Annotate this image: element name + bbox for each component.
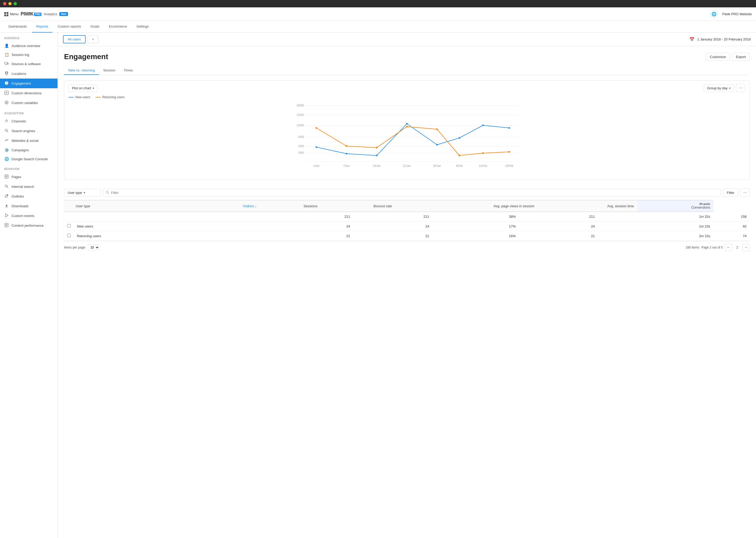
sidebar-item-locations[interactable]: Locations [0, 69, 58, 79]
outlinks-icon [4, 194, 9, 199]
sidebar-item-search-engines[interactable]: Search engines [0, 126, 58, 136]
svg-text:20000: 20000 [297, 104, 304, 107]
sidebar-item-internal-search[interactable]: Internal search [0, 182, 58, 191]
tab-goals[interactable]: Goals [86, 21, 104, 32]
svg-text:15000: 15000 [297, 114, 304, 116]
previous-page-button[interactable]: ← [725, 244, 732, 251]
maximize-dot[interactable] [14, 2, 17, 5]
tab-reports[interactable]: Reports [32, 21, 53, 32]
custom-dimensions-icon [4, 91, 9, 96]
row-checkbox-cell[interactable] [64, 221, 74, 231]
menu-label: Menu [10, 12, 19, 16]
row-checkbox-cell[interactable] [64, 231, 74, 241]
sidebar-label-internal-search: Internal search [12, 185, 34, 188]
chart-point [376, 147, 377, 148]
sub-tab-new-vs-returning[interactable]: New vs. returning [64, 66, 99, 75]
table-toolbar: User type ▾ Filter ··· [64, 185, 750, 200]
svg-text:1000: 1000 [298, 151, 304, 154]
sub-tab-times[interactable]: Times [119, 66, 137, 75]
sidebar-item-devices-software[interactable]: Devices & software [0, 59, 58, 69]
sidebar-label-custom-variables: Custom variables [12, 101, 38, 105]
logo-area: Menu PIWIKPRO Analytics New [4, 11, 68, 17]
row-visitors-returning: 21 [274, 231, 353, 241]
visitors-column-header[interactable]: Visitors ↓ [199, 200, 260, 212]
all-users-label: All users [68, 37, 81, 41]
user-type-label: User type [68, 191, 82, 195]
svg-rect-1 [7, 63, 8, 64]
conversions-label: Conversions [640, 205, 710, 209]
chart-point [406, 123, 408, 125]
customize-button[interactable]: Customize [706, 53, 730, 61]
grid-icon [4, 12, 8, 16]
sidebar-item-content-performance[interactable]: Content performance [0, 221, 58, 230]
sidebar-item-campaigns[interactable]: ⚙️ Campaigns [0, 145, 58, 154]
sidebar-item-channels[interactable]: Channels [0, 116, 58, 126]
next-page-button[interactable]: → [742, 244, 750, 251]
sidebar-item-custom-events[interactable]: Custom events [0, 211, 58, 221]
report-header: Engagement Customize Export [64, 53, 750, 61]
user-type-dropdown[interactable]: User type ▾ [64, 189, 101, 196]
plot-on-chart-button[interactable]: Plot on chart ▾ [69, 84, 97, 92]
table-row: Returning users 21 21 16% 21 2m 15s 74 [64, 231, 750, 241]
sidebar-item-outlinks[interactable]: Outlinks [0, 191, 58, 201]
add-segment-button[interactable]: + [88, 35, 99, 43]
sidebar-label-downloads: Downloads [12, 204, 28, 208]
sidebar-item-google-search-console[interactable]: 🌐 Google Search Console [0, 154, 58, 163]
totals-bounce-rate: 38% [432, 212, 519, 221]
plot-on-chart-label: Plot on chart [72, 86, 91, 90]
tab-dashboards[interactable]: Dashboards [4, 21, 31, 32]
tab-settings[interactable]: Settings [132, 21, 153, 32]
sidebar-item-websites-social[interactable]: Websites & social [0, 136, 58, 145]
sidebar-label-devices-software: Devices & software [12, 62, 41, 66]
export-button[interactable]: Export [732, 53, 750, 61]
filter-button[interactable]: Filter [723, 188, 738, 197]
sidebar-item-custom-dimensions[interactable]: Custom dimensions [0, 88, 58, 98]
content-performance-icon [4, 223, 9, 228]
sidebar-item-custom-variables[interactable]: Custom variables [0, 98, 58, 108]
date-range[interactable]: 📅 1 January 2018 - 20 February 2018 [689, 37, 751, 42]
minimize-dot[interactable] [8, 2, 12, 5]
sidebar-item-engagement[interactable]: Engagement [0, 79, 58, 88]
totals-avg-pageviews: 211 [519, 212, 598, 221]
svg-text:11/Feb: 11/Feb [479, 164, 487, 167]
add-segment-icon: + [92, 37, 94, 41]
sidebar-label-search-engines: Search engines [12, 129, 35, 133]
sidebar-item-session-log[interactable]: 📋 Session log [0, 50, 58, 59]
sidebar-item-downloads[interactable]: Downloads [0, 201, 58, 211]
sub-tab-session[interactable]: Session [99, 66, 119, 75]
avg-pageviews-column-header: Avg. page views in session [395, 200, 538, 212]
report-content: Engagement Customize Export New vs. retu… [58, 46, 756, 260]
total-items-count: 180 items [685, 245, 699, 249]
all-users-segment[interactable]: All users [63, 35, 86, 43]
row-bounce-rate-new: 17% [432, 221, 519, 231]
group-by-day-button[interactable]: Group by day ▾ [704, 84, 734, 92]
sidebar-item-audience-overview[interactable]: 👤 Audience overview [0, 41, 58, 50]
sidebar-item-pages[interactable]: Pages [0, 172, 58, 182]
row-checkbox[interactable] [67, 224, 71, 228]
sidebar-label-channels: Channels [12, 119, 26, 123]
table-more-button[interactable]: ··· [740, 188, 750, 197]
filter-input[interactable] [111, 191, 718, 195]
tab-custom-reports[interactable]: Custom reports [54, 21, 85, 32]
report-title: Engagement [64, 53, 706, 61]
plot-chevron-icon: ▾ [93, 87, 94, 89]
row-avg-pageviews-new: 24 [519, 221, 598, 231]
segment-bar: All users + 📅 1 January 2018 - 20 Februa… [58, 32, 756, 46]
items-per-page-select[interactable]: 10 25 50 [88, 244, 100, 250]
menu-button[interactable]: Menu [4, 12, 19, 16]
row-bounce-rate-returning: 16% [432, 231, 519, 241]
chart-point [406, 126, 408, 128]
conversions-column-header: All goals Conversions [637, 200, 714, 212]
tab-ecommerce[interactable]: Ecommerce [105, 21, 131, 32]
date-range-text: 1 January 2018 - 20 February 2018 [697, 37, 751, 41]
row-checkbox[interactable] [67, 234, 71, 237]
svg-rect-0 [5, 62, 7, 64]
site-name: Piwik PRO Website [722, 12, 752, 16]
all-goals-label: All goals [640, 202, 710, 205]
chart-point [376, 155, 377, 156]
chart-more-button[interactable]: ··· [736, 84, 745, 92]
globe-button[interactable]: 🌐 [710, 10, 718, 19]
close-dot[interactable] [3, 2, 6, 5]
chart-point [346, 145, 347, 147]
nav-tabs: Dashboards Reports Custom reports Goals … [0, 21, 756, 32]
